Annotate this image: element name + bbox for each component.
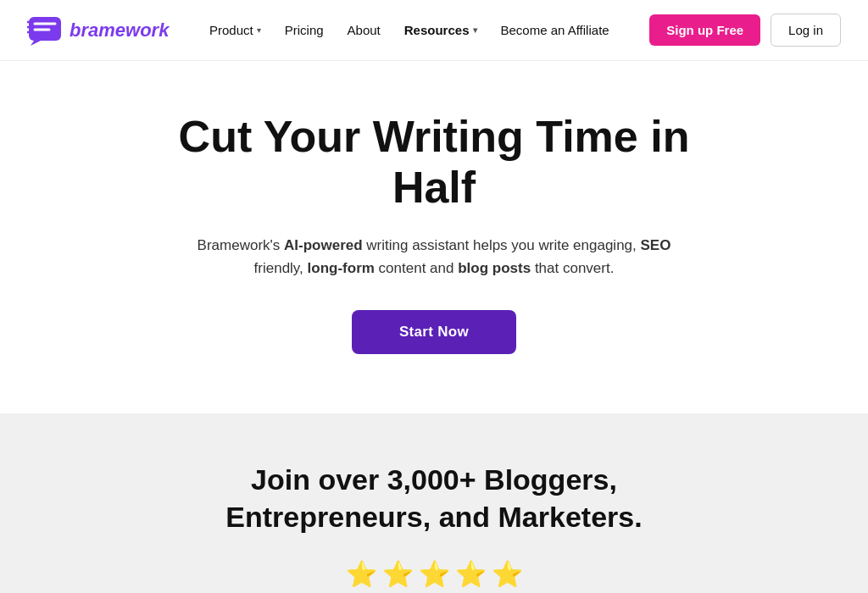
star-4: ⭐ [455, 559, 487, 589]
logo-text: bramework [70, 19, 169, 42]
nav-item-about[interactable]: About [348, 23, 381, 37]
nav-item-product[interactable]: Product ▾ [209, 23, 261, 37]
chevron-down-icon: ▾ [257, 25, 261, 35]
logo-link[interactable]: bramework [27, 15, 169, 46]
start-now-button[interactable]: Start Now [352, 310, 516, 354]
star-3: ⭐ [419, 559, 450, 589]
nav-links: Product ▾ Pricing About Resources ▾ Beco… [209, 23, 609, 37]
nav-link-resources[interactable]: Resources ▾ [404, 23, 477, 37]
nav-link-about[interactable]: About [348, 23, 381, 37]
hero-subtitle: Bramework's AI-powered writing assistant… [197, 234, 671, 280]
star-1: ⭐ [346, 559, 377, 589]
nav-actions: Sign up Free Log in [649, 14, 841, 47]
social-proof-title: Join over 3,000+ Bloggers, Entrepreneurs… [180, 461, 688, 535]
star-5: ⭐ [492, 559, 523, 589]
hero-section: Cut Your Writing Time in Half Bramework'… [0, 61, 868, 413]
star-2: ⭐ [382, 559, 414, 589]
logo-icon [27, 15, 63, 46]
navbar: bramework Product ▾ Pricing About Resour… [0, 0, 868, 61]
long-form-text: long-form [308, 260, 375, 276]
nav-item-affiliate[interactable]: Become an Affiliate [501, 23, 609, 37]
hero-title: Cut Your Writing Time in Half [137, 112, 731, 213]
chevron-down-icon-resources: ▾ [473, 25, 477, 35]
seo-text: SEO [641, 237, 671, 253]
social-proof-section: Join over 3,000+ Bloggers, Entrepreneurs… [0, 413, 868, 593]
nav-item-pricing[interactable]: Pricing [285, 23, 324, 37]
signup-button[interactable]: Sign up Free [649, 14, 760, 46]
svg-marker-3 [31, 41, 41, 46]
ai-powered-text: AI-powered [284, 237, 363, 253]
nav-link-affiliate[interactable]: Become an Affiliate [501, 23, 609, 37]
nav-item-resources[interactable]: Resources ▾ [404, 23, 477, 37]
nav-link-pricing[interactable]: Pricing [285, 23, 324, 37]
star-rating: ⭐ ⭐ ⭐ ⭐ ⭐ [346, 559, 523, 589]
nav-link-product[interactable]: Product ▾ [209, 23, 261, 37]
blog-posts-text: blog posts [458, 260, 531, 276]
login-button[interactable]: Log in [771, 14, 841, 47]
